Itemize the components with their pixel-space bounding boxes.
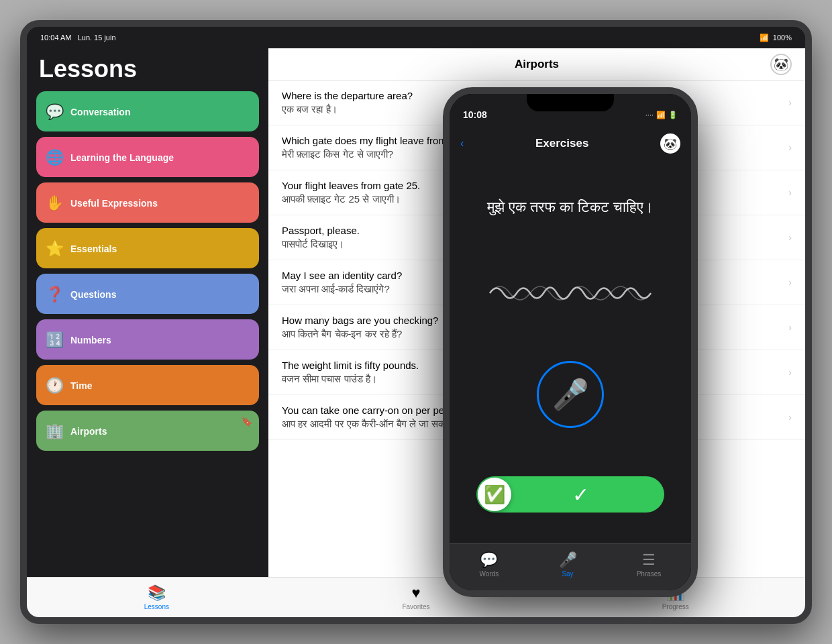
favorites-tab-icon: ♥: [411, 584, 420, 602]
progress-tab-label: Progress: [662, 603, 689, 610]
back-button[interactable]: ‹: [460, 138, 464, 150]
signal-icon: ····: [645, 111, 654, 119]
conversation-icon: 💬: [46, 103, 64, 121]
bookmark-icon: 🔖: [241, 416, 252, 427]
iphone-tabbar: 💬 Words 🎤 Say ☰ Phrases: [450, 543, 691, 590]
useful-expressions-icon: ✋: [46, 195, 64, 212]
iphone-nav-title: Exercises: [535, 137, 588, 150]
microphone-icon: 🎤: [552, 377, 589, 412]
useful-expressions-label: Useful Expressions: [70, 198, 158, 209]
say-tab-label: Say: [562, 570, 573, 578]
iphone-frame: 10:08 ···· 📶 🔋 ‹ Exercises 🐼 मुझे एक तरफ…: [443, 87, 698, 597]
airports-label: Airports: [70, 426, 107, 437]
iphone-status-right: ···· 📶 🔋: [645, 111, 678, 119]
chevron-right-icon: ›: [788, 322, 792, 333]
phrases-tab-label: Phrases: [637, 570, 662, 578]
chevron-right-icon: ›: [788, 277, 792, 288]
iphone-tab-phrases[interactable]: ☰ Phrases: [637, 551, 662, 578]
iphone-time: 10:08: [463, 109, 487, 120]
airports-title: Airports: [303, 58, 770, 71]
iphone-notch: [527, 94, 614, 111]
iphone-tab-words[interactable]: 💬 Words: [480, 551, 499, 578]
chevron-right-icon: ›: [788, 187, 792, 198]
iphone-navbar: ‹ Exercises 🐼: [450, 129, 691, 158]
iphone-main: मुझे एक तरफ का टिकट चाहिए। 🎤 ✅ ✓: [450, 158, 691, 543]
ipad-frame: 10:04 AM Lun. 15 juin 📶 100% Lessons 💬 C…: [20, 20, 812, 624]
exercise-sentence: मुझे एक तरफ का टिकट चाहिए।: [487, 196, 654, 218]
favorites-tab-label: Favorites: [402, 603, 429, 610]
time-icon: 🕐: [46, 377, 64, 394]
sidebar-item-conversation[interactable]: 💬 Conversation: [36, 91, 259, 131]
confirmation-checkmark: ✓: [572, 483, 589, 506]
sidebar-item-time[interactable]: 🕐 Time: [36, 365, 259, 405]
chevron-right-icon: ›: [788, 142, 792, 153]
learning-language-icon: 🌐: [46, 149, 64, 166]
date-display: Lun. 15 juin: [78, 34, 116, 42]
chevron-right-icon: ›: [788, 412, 792, 423]
sidebar-item-essentials[interactable]: ⭐ Essentials: [36, 228, 259, 268]
words-tab-icon: 💬: [480, 551, 498, 569]
lessons-tab-icon: 📚: [148, 584, 166, 602]
sidebar-item-numbers[interactable]: 🔢 Numbers: [36, 319, 259, 360]
time-display: 10:04 AM: [40, 34, 71, 42]
questions-icon: ❓: [46, 286, 64, 303]
lessons-tab-label: Lessons: [144, 603, 169, 610]
wifi-icon: 📶: [760, 34, 769, 42]
phrases-tab-icon: ☰: [642, 551, 656, 569]
numbers-label: Numbers: [70, 335, 111, 345]
chevron-right-icon: ›: [788, 97, 792, 108]
confirm-slider[interactable]: ✅ ✓: [476, 476, 664, 513]
essentials-label: Essentials: [70, 244, 117, 254]
sidebar-title: Lessons: [36, 55, 259, 83]
numbers-icon: 🔢: [46, 331, 64, 349]
waveform-svg: [483, 276, 658, 310]
iphone-user-avatar: 🐼: [660, 133, 680, 154]
waveform-display: [483, 273, 658, 313]
sidebar: Lessons 💬 Conversation 🌐 Learning the La…: [27, 48, 268, 577]
sidebar-item-useful-expressions[interactable]: ✋ Useful Expressions: [36, 182, 259, 223]
say-tab-icon: 🎤: [559, 551, 577, 569]
check-icon: ✅: [484, 484, 505, 505]
battery-icon: 🔋: [668, 111, 678, 119]
chevron-right-icon: ›: [788, 367, 792, 378]
wifi-icon: 📶: [656, 111, 666, 119]
user-avatar: 🐼: [770, 54, 792, 75]
chevron-right-icon: ›: [788, 232, 792, 243]
iphone-status-bar: 10:08 ···· 📶 🔋: [450, 94, 691, 129]
questions-label: Questions: [70, 289, 116, 300]
learning-language-label: Learning the Language: [70, 152, 174, 163]
sidebar-item-questions[interactable]: ❓ Questions: [36, 274, 259, 314]
airports-icon: 🏢: [46, 423, 64, 440]
battery-display: 100%: [773, 34, 792, 42]
sidebar-item-airports[interactable]: 🏢 Airports 🔖: [36, 411, 259, 451]
ipad-status-bar: 10:04 AM Lun. 15 juin 📶 100%: [27, 27, 805, 48]
time-label: Time: [70, 380, 92, 391]
sidebar-item-learning-language[interactable]: 🌐 Learning the Language: [36, 137, 259, 177]
words-tab-label: Words: [480, 570, 499, 578]
microphone-button[interactable]: 🎤: [537, 361, 604, 428]
back-chevron-icon: ‹: [460, 138, 464, 150]
essentials-icon: ⭐: [46, 240, 64, 258]
tab-lessons[interactable]: 📚 Lessons: [27, 584, 287, 610]
iphone-tab-say[interactable]: 🎤 Say: [559, 551, 577, 578]
ipad-status-right: 📶 100%: [760, 34, 792, 42]
conversation-label: Conversation: [70, 107, 130, 117]
slider-knob: ✅: [478, 478, 511, 511]
ipad-time: 10:04 AM Lun. 15 juin: [40, 34, 116, 42]
airports-topbar: Airports 🐼: [268, 48, 805, 80]
